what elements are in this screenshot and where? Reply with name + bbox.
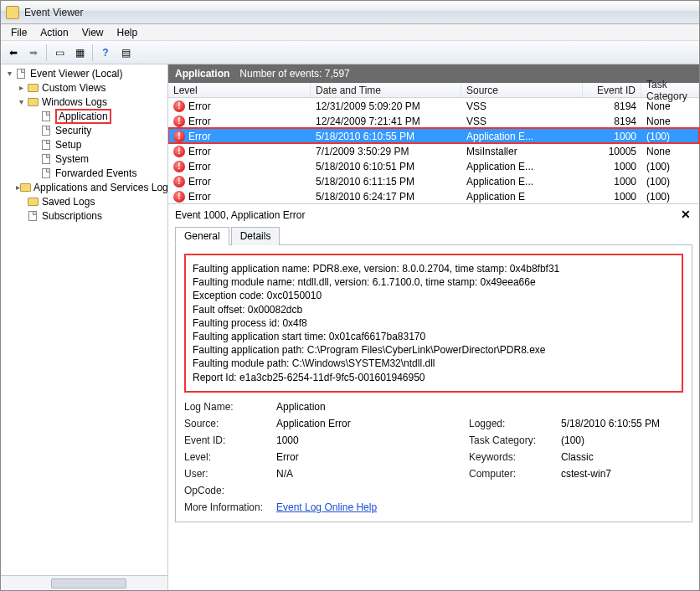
close-icon[interactable]: ✕	[681, 208, 691, 221]
col-event-id[interactable]: Event ID	[583, 83, 641, 97]
cell-level: Error	[188, 146, 211, 157]
event-row[interactable]: !Error7/1/2009 3:50:29 PMMsiInstaller100…	[168, 143, 699, 158]
help-button[interactable]: ?	[96, 44, 115, 62]
folder-icon	[20, 182, 31, 193]
event-row[interactable]: !Error5/18/2010 6:24:17 PMApplication E1…	[168, 188, 699, 203]
menu-help[interactable]: Help	[111, 25, 145, 40]
tree-label: Event Viewer (Local)	[30, 68, 123, 80]
description-line: Faulting application start time: 0x01caf…	[193, 330, 675, 343]
grid-header[interactable]: Level Date and Time Source Event ID Task…	[168, 83, 699, 98]
label-logged: Logged:	[469, 418, 561, 429]
cell-level: Error	[188, 100, 211, 112]
event-viewer-window: Event Viewer File Action View Help ⬅ ➡ ▭…	[0, 0, 700, 591]
cell-source: Application E...	[461, 131, 583, 142]
cell-task-category: (100)	[641, 161, 699, 172]
page-icon	[39, 153, 53, 165]
tree-item-applications-and-services-logs[interactable]: ▸Applications and Services Logs	[1, 180, 167, 194]
col-task-category[interactable]: Task Category	[641, 83, 699, 97]
titlebar[interactable]: Event Viewer	[1, 1, 699, 24]
menubar: File Action View Help	[1, 24, 699, 41]
label-source: Source:	[184, 418, 276, 429]
tree-item-subscriptions[interactable]: Subscriptions	[1, 208, 167, 223]
cell-source: MsiInstaller	[461, 146, 583, 157]
description-line: Exception code: 0xc0150010	[193, 289, 675, 302]
tree-item-security[interactable]: Security	[1, 123, 167, 137]
tree-root[interactable]: ▾ Event Viewer (Local)	[1, 66, 167, 80]
tree-item-system[interactable]: System	[1, 152, 167, 166]
tree-item-windows-logs[interactable]: ▾Windows Logs	[1, 95, 167, 109]
cell-source: Application E	[461, 191, 583, 203]
cell-event-id: 1000	[583, 191, 641, 203]
description-line: Faulting application name: PDR8.exe, ver…	[193, 262, 675, 275]
tree-item-forwarded-events[interactable]: Forwarded Events	[1, 166, 167, 180]
expander-icon[interactable]: ▾	[16, 97, 26, 106]
scrollbar-thumb[interactable]	[51, 578, 126, 588]
value-log-name: Application	[276, 401, 469, 413]
show-hide-tree-button[interactable]: ▭	[50, 44, 69, 62]
tree-hscrollbar[interactable]	[1, 575, 167, 590]
expander-icon[interactable]: ▾	[4, 69, 14, 78]
tree-panel[interactable]: ▾ Event Viewer (Local) ▸Custom Views▾Win…	[1, 64, 168, 590]
label-level: Level:	[184, 451, 276, 463]
value-user: N/A	[276, 468, 469, 480]
menu-view[interactable]: View	[75, 25, 111, 40]
refresh-button[interactable]: ▤	[116, 44, 135, 62]
details-title: Event 1000, Application Error	[175, 209, 692, 221]
tree-item-label: System	[55, 153, 89, 165]
event-count: Number of events: 7,597	[239, 68, 349, 80]
col-level[interactable]: Level	[168, 83, 311, 97]
cell-datetime: 5/18/2010 6:11:15 PM	[311, 176, 461, 188]
menu-action[interactable]: Action	[33, 25, 75, 40]
event-row[interactable]: !Error5/18/2010 6:11:15 PMApplication E.…	[168, 173, 699, 188]
page-icon	[39, 110, 53, 122]
description-line: Faulting application path: C:\Program Fi…	[193, 343, 675, 357]
folder-icon	[26, 196, 39, 208]
tree-item-label: Setup	[55, 139, 81, 151]
tree-item-setup[interactable]: Setup	[1, 137, 167, 152]
cell-task-category: (100)	[641, 176, 699, 188]
event-row[interactable]: !Error5/18/2010 6:10:55 PMApplication E.…	[168, 128, 699, 143]
menu-file[interactable]: File	[4, 25, 33, 40]
error-icon: !	[173, 146, 185, 157]
error-icon: !	[173, 131, 185, 142]
cell-datetime: 5/18/2010 6:24:17 PM	[311, 191, 461, 203]
cell-event-id: 10005	[583, 146, 641, 157]
properties-button[interactable]: ▦	[70, 44, 89, 62]
tab-general[interactable]: General	[175, 227, 229, 245]
main-area: ▾ Event Viewer (Local) ▸Custom Views▾Win…	[1, 64, 699, 590]
event-row[interactable]: !Error5/18/2010 6:10:51 PMApplication E.…	[168, 158, 699, 173]
event-row[interactable]: !Error12/31/2009 5:09:20 PMVSS8194None	[168, 98, 699, 113]
tree-item-label: Custom Views	[42, 82, 106, 94]
event-row[interactable]: !Error12/24/2009 7:21:41 PMVSS8194None	[168, 113, 699, 128]
folder-icon	[26, 96, 39, 108]
tab-body: Faulting application name: PDR8.exe, ver…	[175, 245, 692, 522]
events-grid[interactable]: Level Date and Time Source Event ID Task…	[168, 83, 699, 204]
error-icon: !	[173, 176, 185, 188]
cell-event-id: 1000	[583, 131, 641, 142]
tree-item-custom-views[interactable]: ▸Custom Views	[1, 80, 167, 95]
event-log-online-help-link[interactable]: Event Log Online Help	[276, 501, 377, 513]
forward-button[interactable]: ➡	[24, 44, 43, 62]
cell-datetime: 5/18/2010 6:10:51 PM	[311, 161, 461, 172]
value-logged: 5/18/2010 6:10:55 PM	[561, 418, 699, 429]
toolbar-separator	[46, 44, 47, 61]
value-computer: cstest-win7	[561, 468, 699, 480]
back-button[interactable]: ⬅	[4, 44, 23, 62]
details-tabs: General Details	[175, 226, 692, 245]
col-source[interactable]: Source	[461, 83, 583, 97]
cell-level: Error	[188, 176, 211, 188]
cell-datetime: 7/1/2009 3:50:29 PM	[311, 146, 461, 157]
tree-item-saved-logs[interactable]: Saved Logs	[1, 194, 167, 208]
page-icon	[39, 139, 53, 151]
expander-icon[interactable]: ▸	[16, 83, 26, 92]
col-datetime[interactable]: Date and Time	[311, 83, 461, 97]
cell-task-category: None	[641, 146, 699, 157]
tree-item-label: Security	[55, 125, 91, 136]
tree-item-application[interactable]: Application	[1, 109, 167, 123]
tab-details[interactable]: Details	[231, 227, 281, 245]
page-icon	[39, 167, 53, 179]
cell-task-category: None	[641, 100, 699, 112]
cell-event-id: 8194	[583, 100, 641, 112]
computer-icon	[14, 68, 28, 80]
cell-event-id: 1000	[583, 161, 641, 172]
